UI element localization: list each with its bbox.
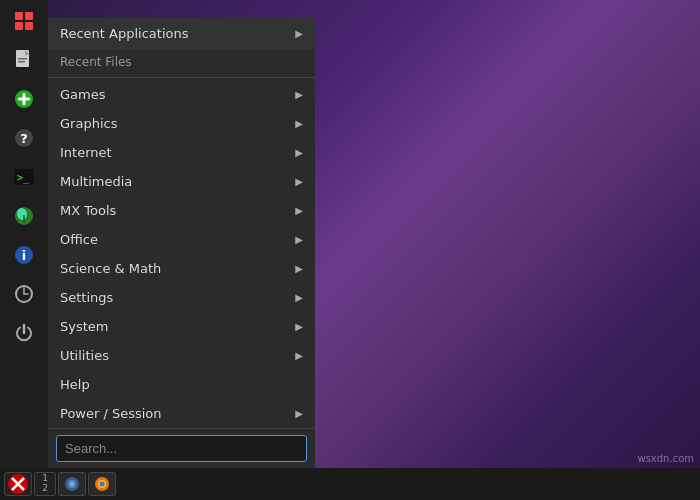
pager-page-2: 2: [42, 484, 48, 494]
search-container: [48, 428, 315, 468]
sidebar-icon-9[interactable]: [5, 314, 43, 352]
tools-icon: [63, 475, 81, 493]
svg-text:>_: >_: [17, 172, 30, 184]
svg-rect-3: [25, 22, 33, 30]
menu-item-label-settings: Settings: [60, 290, 295, 305]
sidebar-icon-8[interactable]: [5, 275, 43, 313]
watermark: wsxdn.com: [637, 453, 694, 464]
menu-item-chevron-games: ▶: [295, 89, 303, 100]
svg-point-27: [100, 482, 105, 487]
menu-item-label-mx-tools: MX Tools: [60, 203, 295, 218]
recent-applications-label: Recent Applications: [60, 26, 188, 41]
menu-item-label-office: Office: [60, 232, 295, 247]
menu-item-science-math[interactable]: Science & Math▶: [48, 254, 315, 283]
search-input[interactable]: [56, 435, 307, 462]
menu-separator-1: [48, 77, 315, 78]
menu-item-chevron-internet: ▶: [295, 147, 303, 158]
svg-rect-1: [25, 12, 33, 20]
menu-item-utilities[interactable]: Utilities▶: [48, 341, 315, 370]
menu-item-system[interactable]: System▶: [48, 312, 315, 341]
svg-rect-6: [18, 61, 25, 63]
menu-item-office[interactable]: Office▶: [48, 225, 315, 254]
menu-item-label-help: Help: [60, 377, 303, 392]
menu-item-games[interactable]: Games▶: [48, 80, 315, 109]
svg-text:?: ?: [20, 131, 28, 146]
sidebar-icon-5[interactable]: >_: [5, 158, 43, 196]
desktop-pager[interactable]: 1 2: [34, 472, 56, 496]
menu-items-list: Games▶Graphics▶Internet▶Multimedia▶MX To…: [48, 80, 315, 428]
recent-files-item[interactable]: Recent Files: [48, 49, 315, 75]
menu-item-chevron-utilities: ▶: [295, 350, 303, 361]
svg-point-24: [70, 482, 74, 486]
taskbar-mx-button[interactable]: [4, 472, 32, 496]
svg-text:i: i: [22, 248, 26, 263]
menu-item-chevron-settings: ▶: [295, 292, 303, 303]
svg-rect-9: [18, 98, 30, 101]
menu-item-label-graphics: Graphics: [60, 116, 295, 131]
menu-item-chevron-graphics: ▶: [295, 118, 303, 129]
sidebar: ? >_ i: [0, 0, 48, 468]
menu-item-graphics[interactable]: Graphics▶: [48, 109, 315, 138]
menu-item-power-session[interactable]: Power / Session▶: [48, 399, 315, 428]
menu-item-settings[interactable]: Settings▶: [48, 283, 315, 312]
recent-applications-item[interactable]: Recent Applications ▶: [48, 18, 315, 49]
recent-applications-chevron: ▶: [295, 28, 303, 39]
menu-item-multimedia[interactable]: Multimedia▶: [48, 167, 315, 196]
taskbar: 1 2: [0, 468, 700, 500]
menu-item-chevron-system: ▶: [295, 321, 303, 332]
menu-item-label-multimedia: Multimedia: [60, 174, 295, 189]
menu-item-chevron-power-session: ▶: [295, 408, 303, 419]
menu-item-chevron-science-math: ▶: [295, 263, 303, 274]
sidebar-icon-2[interactable]: [5, 41, 43, 79]
svg-rect-2: [15, 22, 23, 30]
sidebar-icon-1[interactable]: [5, 2, 43, 40]
menu-item-label-power-session: Power / Session: [60, 406, 295, 421]
menu-item-chevron-multimedia: ▶: [295, 176, 303, 187]
browser-icon: [93, 475, 111, 493]
sidebar-icon-6[interactable]: [5, 197, 43, 235]
sidebar-icon-7[interactable]: i: [5, 236, 43, 274]
taskbar-tools-button[interactable]: [58, 472, 86, 496]
sidebar-icon-4[interactable]: ?: [5, 119, 43, 157]
menu-item-chevron-office: ▶: [295, 234, 303, 245]
menu-item-internet[interactable]: Internet▶: [48, 138, 315, 167]
svg-rect-0: [15, 12, 23, 20]
menu-item-label-games: Games: [60, 87, 295, 102]
menu-item-label-science-math: Science & Math: [60, 261, 295, 276]
recent-files-label: Recent Files: [60, 55, 132, 69]
mx-icon: [8, 474, 28, 494]
sidebar-icon-3[interactable]: [5, 80, 43, 118]
menu-item-label-system: System: [60, 319, 295, 334]
menu-item-label-utilities: Utilities: [60, 348, 295, 363]
menu-item-help[interactable]: Help: [48, 370, 315, 399]
menu-item-label-internet: Internet: [60, 145, 295, 160]
svg-rect-5: [18, 58, 27, 60]
menu-item-chevron-mx-tools: ▶: [295, 205, 303, 216]
menu-item-mx-tools[interactable]: MX Tools▶: [48, 196, 315, 225]
taskbar-browser-button[interactable]: [88, 472, 116, 496]
application-menu: Recent Applications ▶ Recent Files Games…: [48, 18, 315, 468]
